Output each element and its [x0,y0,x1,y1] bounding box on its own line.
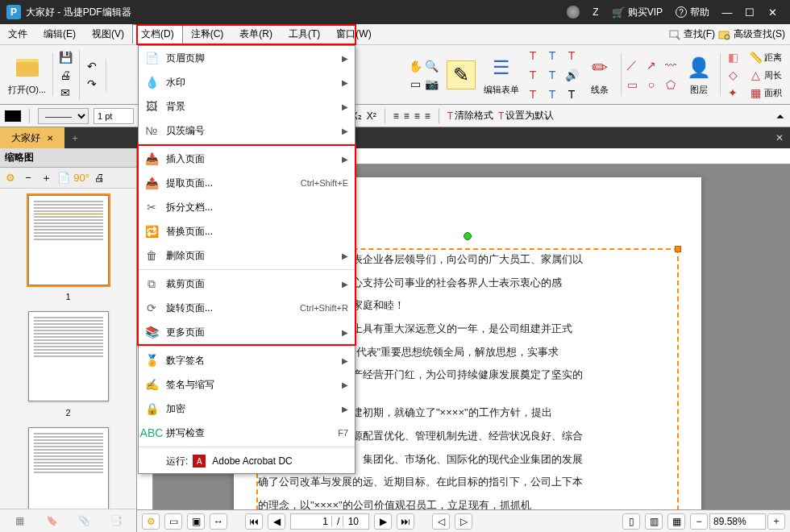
line-style-select[interactable]: ——— [38,108,89,124]
form-icon[interactable]: ☰ [487,53,516,82]
shape3-icon[interactable]: ✦ [726,85,740,100]
thumbnail-2[interactable] [28,311,109,401]
prev-page-button[interactable]: ◀ [268,513,285,530]
thumbnail-1[interactable] [28,195,109,285]
snapshot-icon[interactable]: 📷 [424,77,439,91]
line-width-input[interactable] [94,108,134,124]
forward-button[interactable]: ▷ [455,513,472,530]
fit-page-icon[interactable]: ▣ [187,513,205,530]
menu-split[interactable]: ✂拆分文档... [139,195,355,219]
actual-size-icon[interactable]: ▭ [164,513,182,530]
menu-bates[interactable]: №贝茨编号▶ [139,118,355,143]
menu-more-pages[interactable]: 📚更多页面▶ [139,320,355,344]
print-icon[interactable]: 🖨 [58,68,73,82]
line-shape-icon[interactable]: ／ [623,56,641,74]
find-button[interactable]: 查找(F) [668,27,715,41]
user-label[interactable]: Z [592,6,598,18]
menu-extract-page[interactable]: 📤提取页面...Ctrl+Shift+E [139,171,355,195]
align-center-button[interactable]: ≡ [404,110,410,122]
menu-rotate-page[interactable]: ⟳旋转页面...Ctrl+Shift+R [139,296,355,320]
zoom-in-button[interactable]: ＋ [767,513,785,530]
single-page-icon[interactable]: ▯ [622,513,640,530]
circle-shape-icon[interactable]: ○ [642,76,660,94]
advfind-button[interactable]: 高级查找(S) [718,27,785,41]
handle-tr[interactable] [675,246,681,252]
zoom-icon[interactable]: 🔍 [424,59,439,73]
menu-file[interactable]: 文件 [0,24,35,44]
polyline-icon[interactable]: 〰 [662,56,680,74]
next-page-button[interactable]: ▶ [374,513,392,530]
zoom-in-icon[interactable]: ＋ [39,171,53,185]
delete-page-icon[interactable]: 📄 [56,171,71,185]
zoom-value[interactable]: 89.58% [709,513,766,530]
menu-digital-sign[interactable]: 🏅数字签名▶ [139,348,355,372]
facing-icon[interactable]: ▦ [667,513,685,530]
textbox-icon[interactable]: T [524,47,542,64]
polygon-icon[interactable]: ⬠ [662,76,680,94]
menu-signature[interactable]: ✍签名与缩写▶ [139,372,355,397]
thumbnail-3[interactable] [28,427,109,509]
menu-watermark[interactable]: 💧水印▶ [139,70,355,94]
rect-shape-icon[interactable]: ▭ [623,76,641,94]
undo-icon[interactable]: ↶ [85,59,99,73]
color-swatch[interactable] [5,110,21,122]
tab-close-icon[interactable]: ✕ [47,134,53,143]
menu-insert-page[interactable]: 📥插入页面▶ [139,147,355,171]
email-icon[interactable]: ✉ [58,85,73,100]
fit-width-icon[interactable]: ↔ [210,513,227,530]
superscript-button[interactable]: X² [367,110,376,122]
font-icon[interactable]: T [563,47,580,64]
buy-vip-button[interactable]: 🛒购买VIP [612,6,663,19]
menu-replace-page[interactable]: 🔁替换页面... [139,219,355,243]
menu-spellcheck[interactable]: ABC拼写检查F7 [139,421,355,445]
help-button[interactable]: ?帮助 [676,6,709,19]
shape2-icon[interactable]: ◇ [726,68,740,82]
menu-background[interactable]: 🖼背景▶ [139,94,355,118]
set-default-button[interactable]: T设置为默认 [498,109,554,123]
open-icon[interactable] [13,53,42,82]
menu-window[interactable]: 窗口(W) [328,24,379,44]
ruler-icon[interactable]: 📏 [748,50,763,64]
t4-icon[interactable]: T [524,85,542,103]
rotate-icon[interactable]: 90° [74,171,89,185]
area-icon[interactable]: ▦ [748,85,763,100]
menu-crop[interactable]: ⧉裁剪页面▶ [139,272,355,296]
hand-tool-icon[interactable]: ✋ [408,59,422,73]
page-input[interactable] [291,516,331,527]
align-right-button[interactable]: ≡ [414,110,420,122]
menu-run-acrobat[interactable]: 运行:AAdobe Acrobat DC [139,449,355,473]
print-thumb-icon[interactable]: 🖨 [92,171,106,185]
collapse-ribbon-button[interactable]: ⏶ [775,110,785,122]
speaker-icon[interactable]: 🔊 [563,66,580,84]
first-page-button[interactable]: ⏮ [245,513,263,530]
options-icon[interactable]: ⚙ [142,513,160,530]
menu-delete-page[interactable]: 🗑删除页面▶ [139,243,355,268]
close-all-button[interactable]: ✕ [769,132,790,143]
save-icon[interactable]: 💾 [58,50,73,64]
t5-icon[interactable]: T [543,85,561,103]
stamp-icon[interactable]: 👤 [684,53,713,82]
arrow-shape-icon[interactable]: ↗ [642,56,660,74]
sb-layers-icon[interactable]: 📑 [109,513,125,529]
highlight-icon[interactable]: ✎ [447,60,476,89]
zoom-out-icon[interactable]: − [21,171,35,185]
menu-form[interactable]: 表单(R) [231,24,281,44]
sb-attach-icon[interactable]: 📎 [77,513,93,529]
text-icon[interactable]: T [543,47,561,64]
pencil-icon[interactable]: ✏ [585,53,614,82]
gear-icon[interactable]: ⚙ [3,171,18,185]
t2-icon[interactable]: T [524,66,542,84]
select-icon[interactable]: ▭ [408,77,422,91]
globe-icon[interactable] [567,6,580,19]
menu-document[interactable]: 文档(D) [132,24,183,44]
sb-bookmark-icon[interactable]: 🔖 [44,513,60,529]
rotate-handle[interactable] [464,232,472,240]
t6-icon[interactable]: T [563,85,580,103]
continuous-icon[interactable]: ▥ [645,513,663,530]
justify-button[interactable]: ≡ [425,110,430,122]
last-page-button[interactable]: ⏭ [397,513,414,530]
menu-tool[interactable]: 工具(T) [281,24,328,44]
document-tab[interactable]: 大家好✕ [0,127,64,148]
t3-icon[interactable]: T [543,66,561,84]
clear-format-button[interactable]: T清除格式 [447,109,493,123]
